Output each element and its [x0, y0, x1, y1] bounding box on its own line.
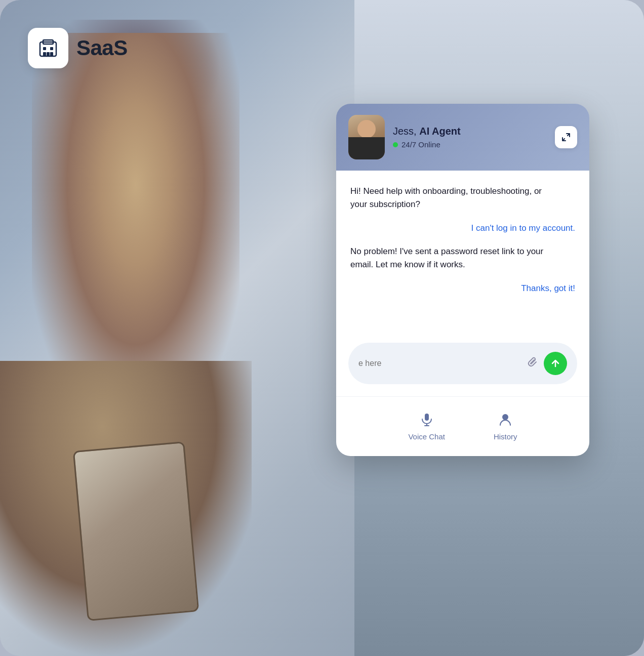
- svg-rect-7: [425, 414, 429, 421]
- svg-rect-4: [43, 52, 46, 56]
- logo-card: SaaS: [28, 28, 128, 68]
- status-indicator: [393, 142, 398, 147]
- message-bot-1: Hi! Need help with onboarding, troublesh…: [350, 185, 553, 212]
- background: SaaS Jess, AI Agent 24/7 Online: [0, 0, 644, 656]
- app-title: SaaS: [76, 36, 128, 60]
- svg-rect-3: [50, 47, 53, 50]
- chat-widget: Jess, AI Agent 24/7 Online Hi! Need help…: [336, 104, 589, 456]
- agent-status: 24/7 Online: [393, 140, 547, 149]
- svg-rect-6: [47, 52, 50, 56]
- tab-history[interactable]: History: [469, 406, 542, 445]
- chat-input[interactable]: [358, 359, 520, 368]
- svg-rect-5: [50, 52, 53, 56]
- logo-icon-box: [28, 28, 68, 68]
- send-icon: [550, 358, 560, 368]
- svg-rect-2: [43, 47, 46, 50]
- agent-info: Jess, AI Agent 24/7 Online: [393, 126, 547, 149]
- building-icon: [37, 37, 59, 59]
- chat-tabs: Voice Chat History: [336, 396, 589, 456]
- person-body: [0, 361, 252, 656]
- message-user-2: Thanks, got it!: [350, 282, 575, 295]
- chat-messages: Hi! Need help with onboarding, troublesh…: [336, 171, 589, 343]
- person-face: [32, 33, 239, 414]
- agent-avatar: [348, 115, 385, 159]
- svg-point-10: [502, 414, 508, 420]
- send-button[interactable]: [544, 352, 567, 375]
- message-bot-2: No problem! I've sent a password reset l…: [350, 245, 553, 272]
- chat-header: Jess, AI Agent 24/7 Online: [336, 104, 589, 171]
- agent-name: Jess, AI Agent: [393, 126, 547, 137]
- chat-input-box: [348, 343, 577, 384]
- tab-voice-chat-label: Voice Chat: [408, 432, 445, 441]
- message-user-1: I can't log in to my account.: [350, 222, 575, 235]
- expand-icon: [561, 132, 571, 142]
- tab-voice-chat[interactable]: Voice Chat: [384, 406, 469, 445]
- history-person-icon: [496, 410, 514, 428]
- person-tablet: [72, 441, 198, 621]
- microphone-icon: [418, 410, 436, 428]
- attach-icon[interactable]: [527, 356, 538, 371]
- expand-button[interactable]: [555, 126, 577, 148]
- tab-history-label: History: [494, 432, 517, 441]
- chat-input-area: [336, 343, 589, 396]
